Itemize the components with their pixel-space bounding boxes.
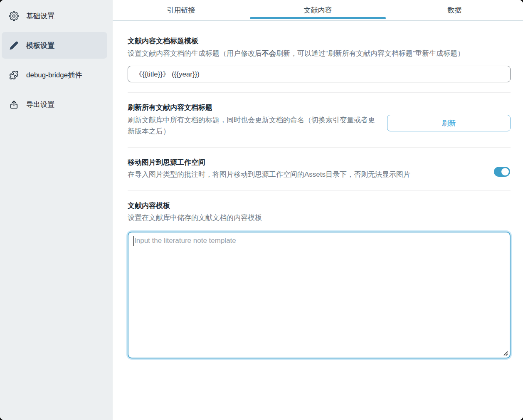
section-heading: 文献内容模板 [128, 200, 511, 211]
settings-main-panel: 引用链接 文献内容 数据 文献内容文档标题模板 设置文献内容文档的生成标题（用户… [113, 0, 523, 420]
puzzle-icon [9, 70, 19, 80]
resize-handle[interactable] [503, 351, 508, 356]
section-divider [128, 147, 511, 148]
text-caret [133, 236, 134, 246]
sidebar-item-label: debug-bridge插件 [26, 70, 82, 80]
tab-label: 文献内容 [304, 5, 332, 15]
section-note-template: 文献内容模板 设置在文献库中储存的文献文档的内容模板 [128, 200, 511, 358]
active-tab-underline [250, 17, 386, 19]
move-images-toggle[interactable] [494, 167, 510, 177]
toggle-knob [501, 168, 509, 175]
title-template-input[interactable] [128, 66, 511, 82]
section-heading: 刷新所有文献内容文档标题 [128, 102, 379, 113]
sidebar-item-debug-bridge[interactable]: debug-bridge插件 [2, 62, 107, 88]
tab-label: 引用链接 [167, 5, 195, 15]
section-divider [128, 92, 511, 93]
sidebar-item-label: 导出设置 [26, 100, 54, 109]
tab-bar: 引用链接 文献内容 数据 [113, 0, 523, 21]
section-refresh-titles: 刷新所有文献内容文档标题 刷新文献库中所有文档的标题，同时也会更新文档的命名（切… [128, 102, 511, 137]
note-template-textarea-wrap [128, 232, 511, 358]
note-template-textarea[interactable] [128, 232, 511, 358]
sidebar-item-label: 基础设置 [26, 11, 54, 21]
section-title-template: 文献内容文档标题模板 设置文献内容文档的生成标题（用户修改后不会刷新，可以通过“… [128, 36, 511, 82]
settings-content: 文献内容文档标题模板 设置文献内容文档的生成标题（用户修改后不会刷新，可以通过“… [113, 21, 523, 420]
tab-data[interactable]: 数据 [386, 0, 523, 20]
desc-text: 刷新，可以通过“刷新所有文献内容文档标题”重新生成标题） [276, 49, 464, 57]
refresh-button[interactable]: 刷新 [387, 115, 511, 131]
gear-icon [9, 11, 19, 21]
pencil-icon [9, 40, 19, 50]
sidebar-item-label: 模板设置 [26, 41, 54, 50]
section-description: 设置在文献库中储存的文献文档的内容模板 [128, 212, 511, 224]
sidebar-item-template-settings[interactable]: 模板设置 [2, 32, 107, 59]
plugin-settings-window: 基础设置 模板设置 debug-bridge插件 导出设置 引用链接 [0, 0, 523, 420]
settings-sidebar: 基础设置 模板设置 debug-bridge插件 导出设置 [0, 0, 113, 420]
section-move-images: 移动图片到思源工作空间 在导入图片类型的批注时，将图片移动到思源工作空间的Ass… [128, 157, 511, 180]
tab-citation-links[interactable]: 引用链接 [113, 0, 249, 20]
section-heading: 文献内容文档标题模板 [128, 36, 511, 47]
section-description: 设置文献内容文档的生成标题（用户修改后不会刷新，可以通过“刷新所有文献内容文档标… [128, 48, 511, 59]
upload-icon [9, 99, 19, 109]
section-text-block: 刷新所有文献内容文档标题 刷新文献库中所有文档的标题，同时也会更新文档的命名（切… [128, 102, 379, 137]
section-divider [128, 190, 511, 191]
section-text-block: 移动图片到思源工作空间 在导入图片类型的批注时，将图片移动到思源工作空间的Ass… [128, 157, 410, 180]
desc-text: 设置文献内容文档的生成标题（用户修改后 [128, 49, 262, 57]
desc-bold-text: 不会 [262, 49, 276, 57]
section-description: 在导入图片类型的批注时，将图片移动到思源工作空间的Assets目录下，否则无法显… [128, 169, 410, 180]
section-description: 刷新文献库中所有文档的标题，同时也会更新文档的命名（切换索引变量或者更新版本之后… [128, 114, 379, 137]
sidebar-item-basic-settings[interactable]: 基础设置 [2, 2, 107, 29]
tab-label: 数据 [448, 5, 462, 15]
sidebar-item-export-settings[interactable]: 导出设置 [2, 91, 107, 118]
tab-literature-content[interactable]: 文献内容 [249, 0, 386, 20]
section-heading: 移动图片到思源工作空间 [128, 157, 410, 168]
